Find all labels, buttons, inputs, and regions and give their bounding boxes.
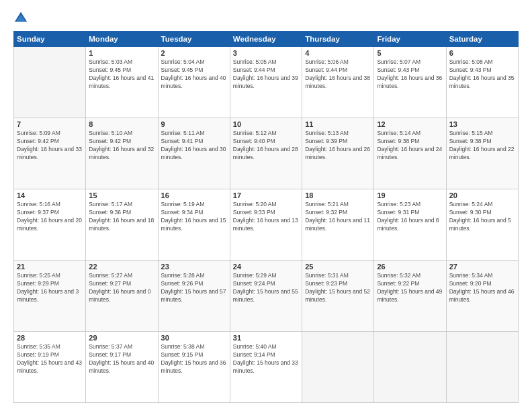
day-info: Sunrise: 5:12 AMSunset: 9:40 PMDaylight:… [233,130,299,162]
calendar-cell: 6Sunrise: 5:08 AMSunset: 9:43 PMDaylight… [446,47,518,118]
calendar-cell: 4Sunrise: 5:06 AMSunset: 9:44 PMDaylight… [302,47,374,118]
calendar-cell: 13Sunrise: 5:15 AMSunset: 9:38 PMDayligh… [446,118,518,189]
calendar-cell: 29Sunrise: 5:37 AMSunset: 9:17 PMDayligh… [86,332,158,403]
weekday-header: Thursday [302,32,374,47]
day-number: 29 [89,334,154,342]
day-info: Sunrise: 5:29 AMSunset: 9:24 PMDaylight:… [233,272,299,304]
calendar-cell: 17Sunrise: 5:20 AMSunset: 9:33 PMDayligh… [230,189,302,261]
day-number: 12 [377,120,443,128]
day-info: Sunrise: 5:31 AMSunset: 9:23 PMDaylight:… [305,272,371,304]
weekday-header: Monday [86,32,158,47]
weekday-header: Sunday [14,32,86,47]
day-number: 18 [305,191,371,199]
calendar-cell [302,332,374,403]
calendar-week-row: 7Sunrise: 5:09 AMSunset: 9:42 PMDaylight… [14,118,519,189]
day-info: Sunrise: 5:40 AMSunset: 9:14 PMDaylight:… [233,343,299,375]
day-number: 11 [305,120,371,128]
day-number: 27 [449,263,515,271]
day-info: Sunrise: 5:08 AMSunset: 9:43 PMDaylight:… [449,58,515,91]
weekday-header-row: SundayMondayTuesdayWednesdayThursdayFrid… [14,32,519,47]
calendar-week-row: 28Sunrise: 5:35 AMSunset: 9:19 PMDayligh… [14,332,519,403]
day-number: 7 [17,120,83,128]
weekday-header: Friday [374,32,446,47]
day-number: 9 [161,120,227,128]
day-number: 22 [89,263,154,271]
day-info: Sunrise: 5:37 AMSunset: 9:17 PMDaylight:… [89,343,154,375]
calendar-cell: 2Sunrise: 5:04 AMSunset: 9:45 PMDaylight… [158,47,230,118]
calendar-cell: 11Sunrise: 5:13 AMSunset: 9:39 PMDayligh… [302,118,374,189]
day-number: 8 [89,120,154,128]
calendar-cell: 30Sunrise: 5:38 AMSunset: 9:15 PMDayligh… [158,332,230,403]
day-number: 20 [449,191,515,199]
day-number: 6 [449,49,515,57]
day-number: 10 [233,120,299,128]
calendar-cell: 10Sunrise: 5:12 AMSunset: 9:40 PMDayligh… [230,118,302,189]
calendar-cell: 31Sunrise: 5:40 AMSunset: 9:14 PMDayligh… [230,332,302,403]
calendar-cell: 21Sunrise: 5:25 AMSunset: 9:29 PMDayligh… [14,261,86,332]
day-number: 30 [161,334,227,342]
calendar-cell: 19Sunrise: 5:23 AMSunset: 9:31 PMDayligh… [374,189,446,261]
calendar-cell: 9Sunrise: 5:11 AMSunset: 9:41 PMDaylight… [158,118,230,189]
calendar-cell: 3Sunrise: 5:05 AMSunset: 9:44 PMDaylight… [230,47,302,118]
day-info: Sunrise: 5:19 AMSunset: 9:34 PMDaylight:… [161,201,227,233]
calendar-cell: 26Sunrise: 5:32 AMSunset: 9:22 PMDayligh… [374,261,446,332]
day-info: Sunrise: 5:04 AMSunset: 9:45 PMDaylight:… [161,58,227,91]
day-number: 25 [305,263,371,271]
day-info: Sunrise: 5:17 AMSunset: 9:36 PMDaylight:… [89,201,154,233]
day-number: 5 [377,49,443,57]
page: SundayMondayTuesdayWednesdayThursdayFrid… [0,0,532,411]
calendar-cell: 7Sunrise: 5:09 AMSunset: 9:42 PMDaylight… [14,118,86,189]
day-info: Sunrise: 5:09 AMSunset: 9:42 PMDaylight:… [17,130,83,162]
calendar-cell: 25Sunrise: 5:31 AMSunset: 9:23 PMDayligh… [302,261,374,332]
calendar-cell: 5Sunrise: 5:07 AMSunset: 9:43 PMDaylight… [374,47,446,118]
calendar-cell [374,332,446,403]
calendar-cell: 15Sunrise: 5:17 AMSunset: 9:36 PMDayligh… [86,189,158,261]
day-info: Sunrise: 5:34 AMSunset: 9:20 PMDaylight:… [449,272,515,304]
calendar-cell: 23Sunrise: 5:28 AMSunset: 9:26 PMDayligh… [158,261,230,332]
day-number: 26 [377,263,443,271]
calendar-cell: 22Sunrise: 5:27 AMSunset: 9:27 PMDayligh… [86,261,158,332]
calendar-week-row: 21Sunrise: 5:25 AMSunset: 9:29 PMDayligh… [14,261,519,332]
calendar-cell: 1Sunrise: 5:03 AMSunset: 9:45 PMDaylight… [86,47,158,118]
day-number: 14 [17,191,83,199]
weekday-header: Tuesday [158,32,230,47]
calendar-cell: 8Sunrise: 5:10 AMSunset: 9:42 PMDaylight… [86,118,158,189]
day-number: 28 [17,334,83,342]
day-info: Sunrise: 5:21 AMSunset: 9:32 PMDaylight:… [305,201,371,233]
day-info: Sunrise: 5:05 AMSunset: 9:44 PMDaylight:… [233,58,299,91]
day-number: 24 [233,263,299,271]
day-number: 16 [161,191,227,199]
calendar-cell: 16Sunrise: 5:19 AMSunset: 9:34 PMDayligh… [158,189,230,261]
day-info: Sunrise: 5:06 AMSunset: 9:44 PMDaylight:… [305,58,371,91]
day-info: Sunrise: 5:35 AMSunset: 9:19 PMDaylight:… [17,343,83,375]
day-number: 21 [17,263,83,271]
day-number: 1 [89,49,154,57]
day-info: Sunrise: 5:11 AMSunset: 9:41 PMDaylight:… [161,130,227,162]
day-info: Sunrise: 5:16 AMSunset: 9:37 PMDaylight:… [17,201,83,233]
calendar-week-row: 1Sunrise: 5:03 AMSunset: 9:45 PMDaylight… [14,47,519,118]
calendar-cell: 27Sunrise: 5:34 AMSunset: 9:20 PMDayligh… [446,261,518,332]
calendar-cell: 20Sunrise: 5:24 AMSunset: 9:30 PMDayligh… [446,189,518,261]
day-number: 4 [305,49,371,57]
day-info: Sunrise: 5:23 AMSunset: 9:31 PMDaylight:… [377,201,443,233]
day-info: Sunrise: 5:27 AMSunset: 9:27 PMDaylight:… [89,272,154,304]
header [13,11,519,26]
calendar-cell [14,47,86,118]
day-number: 23 [161,263,227,271]
logo-icon [13,11,28,26]
day-info: Sunrise: 5:10 AMSunset: 9:42 PMDaylight:… [89,130,154,162]
calendar-cell: 12Sunrise: 5:14 AMSunset: 9:38 PMDayligh… [374,118,446,189]
calendar-cell: 28Sunrise: 5:35 AMSunset: 9:19 PMDayligh… [14,332,86,403]
day-number: 3 [233,49,299,57]
day-number: 2 [161,49,227,57]
weekday-header: Wednesday [230,32,302,47]
calendar-cell: 24Sunrise: 5:29 AMSunset: 9:24 PMDayligh… [230,261,302,332]
calendar-cell [446,332,518,403]
calendar-table: SundayMondayTuesdayWednesdayThursdayFrid… [13,31,519,403]
day-info: Sunrise: 5:25 AMSunset: 9:29 PMDaylight:… [17,272,83,304]
day-info: Sunrise: 5:32 AMSunset: 9:22 PMDaylight:… [377,272,443,304]
day-number: 15 [89,191,154,199]
calendar-cell: 14Sunrise: 5:16 AMSunset: 9:37 PMDayligh… [14,189,86,261]
day-info: Sunrise: 5:07 AMSunset: 9:43 PMDaylight:… [377,58,443,91]
day-info: Sunrise: 5:24 AMSunset: 9:30 PMDaylight:… [449,201,515,233]
